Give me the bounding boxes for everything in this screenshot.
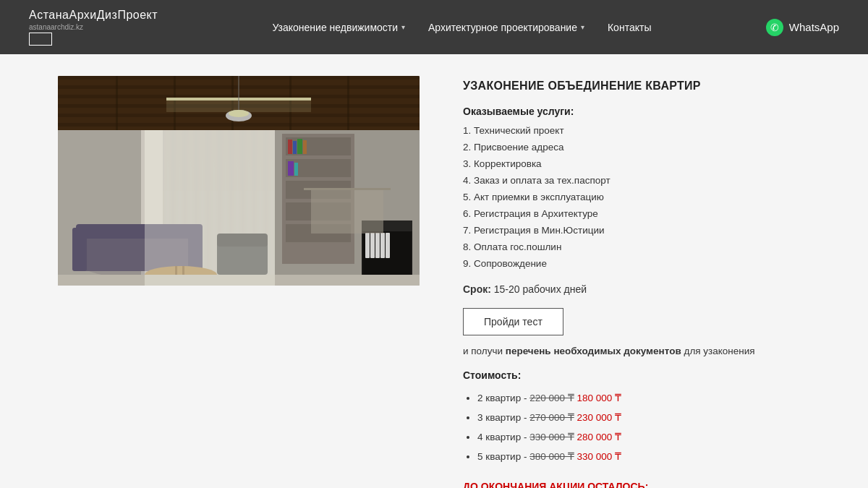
services-list: 1. Технический проект 2. Присвоение адре… <box>463 123 810 272</box>
whatsapp-button[interactable]: ✆ WhatsApp <box>766 19 839 36</box>
list-item: 1. Технический проект <box>463 123 810 140</box>
list-item: 9. Сопровождение <box>463 256 810 273</box>
nav-item-contacts[interactable]: Контакты <box>608 22 651 33</box>
chevron-down-icon: ▾ <box>581 23 584 31</box>
list-item: 2. Присвоение адреса <box>463 140 810 156</box>
pricing-item-5: 5 квартир - 380 000 ₸ 330 000 ₸ <box>477 447 810 466</box>
price-new: 230 000 ₸ <box>576 412 621 423</box>
chevron-down-icon: ▾ <box>401 23 405 31</box>
list-item: 8. Оплата гос.пошлин <box>463 239 810 256</box>
nav-item-uzakonenie[interactable]: Узаконение недвижимости ▾ <box>272 22 405 33</box>
pricing-item-2: 2 квартир - 220 000 ₸ 180 000 ₸ <box>477 388 810 408</box>
countdown-label: ДО ОКОНЧАНИЯ АКЦИИ ОСТАЛОСЬ: <box>463 481 810 488</box>
logo-text: АстанаАрхиДизПроект <box>29 9 158 22</box>
price-old: 220 000 ₸ <box>529 393 574 403</box>
main-content: УЗАКОНЕНИЕ ОБЪЕДИНЕНИЕ КВАРТИР Оказываем… <box>0 54 868 488</box>
logo[interactable]: АстанаАрхиДизПроект astanaarchdiz.kz <box>29 9 158 46</box>
price-new: 280 000 ₸ <box>576 432 621 442</box>
test-button[interactable]: Пройди тест <box>463 308 563 335</box>
pricing-item-4: 4 квартир - 330 000 ₸ 280 000 ₸ <box>477 427 810 447</box>
services-heading: Оказываемые услуги: <box>463 106 810 117</box>
site-header: АстанаАрхиДизПроект astanaarchdiz.kz Уза… <box>0 0 868 54</box>
logo-sub: astanaarchdiz.kz <box>29 23 83 31</box>
test-desc-bold: перечень необходимых документов <box>506 346 681 356</box>
whatsapp-icon: ✆ <box>766 19 783 36</box>
hero-image <box>58 76 420 286</box>
content-area: УЗАКОНЕНИЕ ОБЪЕДИНЕНИЕ КВАРТИР Оказываем… <box>463 76 810 488</box>
price-old: 330 000 ₸ <box>529 432 574 442</box>
list-item: 3. Корректировка <box>463 156 810 173</box>
price-new: 330 000 ₸ <box>576 451 621 462</box>
nav-item-architecture[interactable]: Архитектурное проектирование ▾ <box>428 22 584 33</box>
pricing-list: 2 квартир - 220 000 ₸ 180 000 ₸ 3 кварти… <box>463 388 810 466</box>
list-item: 7. Регистрация в Мин.Юстиции <box>463 223 810 239</box>
whatsapp-label: WhatsApp <box>789 21 839 33</box>
deadline-value: 15-20 рабочих дней <box>494 283 587 295</box>
test-description: и получи перечень необходимых документов… <box>463 346 810 356</box>
price-new: 180 000 ₸ <box>576 393 621 403</box>
price-old: 380 000 ₸ <box>529 451 574 462</box>
price-old: 270 000 ₸ <box>529 412 574 423</box>
page-title: УЗАКОНЕНИЕ ОБЪЕДИНЕНИЕ КВАРТИР <box>463 80 810 93</box>
pricing-heading: Стоимость: <box>463 369 810 381</box>
main-nav: Узаконение недвижимости ▾ Архитектурное … <box>272 22 651 33</box>
test-desc-post: для узаконения <box>681 346 755 356</box>
list-item: 6. Регистрация в Архитектуре <box>463 206 810 223</box>
deadline-label: Срок: <box>463 283 491 295</box>
test-desc-pre: и получи <box>463 346 506 356</box>
list-item: 4. Заказ и оплата за тех.паспорт <box>463 173 810 189</box>
list-item: 5. Акт приемки в эксплуатацию <box>463 189 810 206</box>
room-image <box>58 76 420 286</box>
pricing-item-3: 3 квартир - 270 000 ₸ 230 000 ₸ <box>477 408 810 427</box>
svg-rect-55 <box>145 130 275 286</box>
logo-bracket-icon <box>29 33 52 46</box>
deadline-text: Срок: 15-20 рабочих дней <box>463 283 810 295</box>
